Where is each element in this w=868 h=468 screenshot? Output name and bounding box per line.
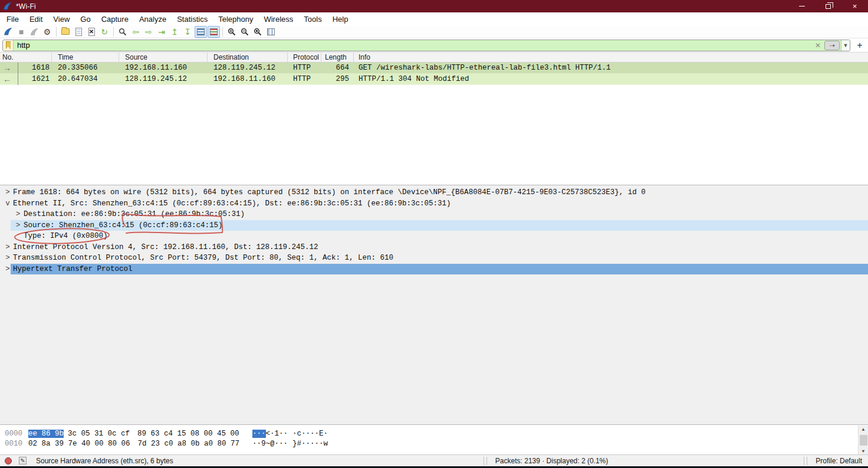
selected-field-status: Source Hardware Address (eth.src), 6 byt…	[36, 457, 173, 465]
menu-wireless[interactable]: Wireless	[258, 13, 298, 25]
expander-icon[interactable]: >	[14, 210, 22, 218]
menu-analyze[interactable]: Analyze	[134, 13, 172, 25]
zoom-out-button[interactable]	[239, 26, 251, 38]
reload-file-button[interactable]: ↻	[98, 26, 111, 38]
column-header-source[interactable]: Source	[119, 53, 208, 62]
previous-packet-button[interactable]: ⇦	[130, 26, 142, 38]
cell-protocol: HTTP	[288, 64, 321, 72]
display-filter-input[interactable]: http ✕ ➝ ▼	[2, 40, 850, 51]
hex-ascii: ··9~@···}#·····w	[252, 439, 328, 449]
hex-bytes: ee 86 9b3c 05 31 0c cf89 63 c4 15 08 00 …	[28, 429, 239, 439]
filter-clear-button[interactable]: ✕	[813, 41, 823, 50]
filter-apply-button[interactable]: ➝	[824, 41, 840, 50]
menu-bar: File Edit View Go Capture Analyze Statis…	[0, 12, 868, 25]
menu-view[interactable]: View	[48, 13, 75, 25]
filter-dropdown-button[interactable]: ▼	[841, 40, 850, 51]
hex-bytes-group1: 02 8a 39 7e 40 00 80 06	[28, 440, 130, 448]
cell-length: 664	[321, 64, 354, 72]
hex-line[interactable]: 0010 02 8a 39 7e 40 00 80 067d 23 c0 a8 …	[0, 439, 868, 449]
save-file-button[interactable]	[73, 26, 85, 38]
stop-capture-button[interactable]: ■	[15, 26, 28, 38]
detail-eth-source-selected[interactable]: > Source: Shenzhen_63:c4:15 (0c:cf:89:63…	[0, 220, 868, 231]
expert-info-icon[interactable]	[5, 457, 12, 464]
open-folder-icon	[61, 28, 70, 35]
menu-edit[interactable]: Edit	[24, 13, 48, 25]
close-button[interactable]: ×	[841, 0, 868, 12]
restore-icon	[826, 4, 831, 9]
column-header-no[interactable]: No.	[0, 53, 52, 62]
auto-scroll-toggle[interactable]	[195, 26, 207, 38]
column-header-protocol[interactable]: Protocol	[288, 53, 321, 62]
cell-info: GET /wireshark-labs/HTTP-ethereal-lab-fi…	[354, 64, 868, 72]
zoom-original-button[interactable]	[252, 26, 264, 38]
start-capture-button[interactable]	[2, 26, 15, 38]
packet-list-header: No. Time Source Destination Protocol Len…	[0, 53, 868, 63]
detail-http-selected[interactable]: > Hypertext Transfer Protocol	[0, 264, 868, 275]
capture-comment-icon[interactable]: ✎	[19, 457, 27, 464]
detail-ethernet[interactable]: v Ethernet II, Src: Shenzhen_63:c4:15 (0…	[0, 198, 868, 210]
last-packet-button[interactable]: ↧	[182, 26, 194, 38]
hex-selected-bytes: ee 86 9b	[28, 430, 64, 438]
menu-help[interactable]: Help	[327, 13, 354, 25]
detail-ip[interactable]: > Internet Protocol Version 4, Src: 192.…	[0, 242, 868, 253]
detail-eth-type[interactable]: Type: IPv4 (0x0800)	[0, 231, 868, 242]
conversation-line	[18, 63, 18, 85]
restart-capture-button[interactable]	[28, 26, 41, 38]
goto-packet-button[interactable]: ⇥	[156, 26, 168, 38]
detail-text: Type: IPv4 (0x0800)	[22, 232, 108, 240]
column-header-time[interactable]: Time	[52, 53, 119, 62]
detail-eth-destination[interactable]: > Destination: ee:86:9b:3c:05:31 (ee:86:…	[0, 209, 868, 220]
packet-details-pane: > Frame 1618: 664 bytes on wire (5312 bi…	[0, 185, 868, 424]
resize-columns-button[interactable]	[265, 26, 277, 38]
title-bar: *Wi-Fi ×	[0, 0, 868, 12]
open-file-button[interactable]	[60, 26, 72, 38]
scroll-up-icon[interactable]: ▲	[862, 427, 865, 432]
magnifier-icon	[119, 28, 127, 36]
menu-statistics[interactable]: Statistics	[172, 13, 213, 25]
shark-fin-icon	[4, 27, 13, 36]
detail-tcp[interactable]: > Transmission Control Protocol, Src Por…	[0, 253, 868, 264]
detail-text: Hypertext Transfer Protocol	[12, 265, 133, 273]
colorize-toggle[interactable]	[208, 26, 220, 38]
restore-button[interactable]	[815, 0, 841, 12]
find-packet-button[interactable]	[117, 26, 129, 38]
ascii-group1: ··9~@···	[252, 440, 288, 448]
minimize-button[interactable]	[788, 0, 815, 12]
menu-file[interactable]: File	[1, 13, 24, 25]
filter-add-button[interactable]: +	[854, 40, 866, 51]
expander-icon[interactable]: >	[14, 221, 22, 230]
next-packet-button[interactable]: ⇨	[143, 26, 155, 38]
packet-row-1618[interactable]: → 1618 20.335066 192.168.11.160 128.119.…	[0, 63, 868, 74]
column-header-destination[interactable]: Destination	[208, 53, 288, 62]
column-header-info[interactable]: Info	[354, 53, 868, 62]
response-arrow-icon: ←	[5, 74, 9, 85]
wireshark-app-icon	[3, 2, 12, 11]
expander-icon[interactable]: >	[4, 254, 12, 262]
expander-icon[interactable]: >	[4, 243, 12, 251]
menu-telephony[interactable]: Telephony	[213, 13, 258, 25]
expander-icon[interactable]: v	[4, 199, 12, 208]
filter-bookmark-button[interactable]	[3, 40, 14, 51]
ascii-selected: ···	[252, 430, 266, 438]
expander-icon[interactable]: >	[4, 188, 12, 197]
detail-frame[interactable]: > Frame 1618: 664 bytes on wire (5312 bi…	[0, 187, 868, 198]
toolbar-separator	[113, 27, 114, 37]
close-file-button[interactable]: ✕	[86, 26, 98, 38]
column-header-length[interactable]: Length	[321, 53, 354, 62]
zoom-in-button[interactable]	[226, 26, 238, 38]
menu-capture[interactable]: Capture	[96, 13, 134, 25]
resize-columns-icon	[267, 28, 275, 35]
filter-value[interactable]: http	[17, 41, 813, 50]
capture-options-button[interactable]: ⚙	[41, 26, 54, 38]
first-packet-button[interactable]: ↥	[169, 26, 181, 38]
menu-go[interactable]: Go	[75, 13, 96, 25]
packet-row-1621[interactable]: ← 1621 20.647034 128.119.245.12 192.168.…	[0, 74, 868, 85]
scrollbar-thumb[interactable]	[860, 435, 867, 446]
hex-line[interactable]: 0000 ee 86 9b3c 05 31 0c cf89 63 c4 15 0…	[0, 429, 868, 439]
statusbar-divider	[804, 457, 804, 465]
menu-tools[interactable]: Tools	[298, 13, 327, 25]
profile-status[interactable]: Profile: Default	[816, 457, 862, 465]
expander-icon[interactable]: >	[4, 265, 12, 273]
hex-scrollbar[interactable]: ▲ ▼	[858, 426, 868, 455]
scroll-down-icon[interactable]: ▼	[862, 449, 865, 454]
